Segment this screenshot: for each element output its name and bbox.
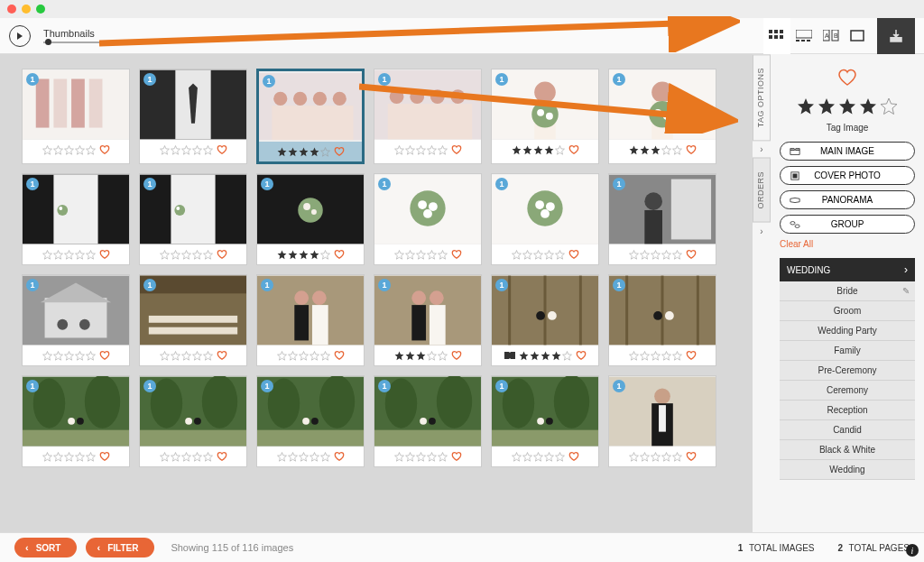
tag-panorama-button[interactable]: PANORAMA: [780, 190, 915, 209]
category-header[interactable]: WEDDING›: [780, 258, 915, 281]
thumbnail-card[interactable]: 1: [139, 274, 247, 366]
category-item[interactable]: Ceremony: [780, 381, 915, 401]
svg-point-66: [546, 202, 555, 211]
thumbnail-card[interactable]: 1: [374, 173, 482, 265]
heart-icon[interactable]: [568, 451, 579, 462]
tag-cover-photo-button[interactable]: COVER PHOTO: [780, 166, 915, 185]
thumbnail-card[interactable]: 1: [608, 274, 716, 366]
category-item[interactable]: Bride✎: [780, 281, 915, 301]
tab-orders-chevron[interactable]: ›: [753, 223, 771, 240]
view-filmstrip-icon[interactable]: [790, 18, 818, 54]
clear-all-link[interactable]: Clear All: [780, 239, 915, 249]
thumbnail-card[interactable]: 1: [256, 69, 365, 164]
thumbnail-card[interactable]: 1: [256, 375, 365, 467]
window-close[interactable]: [7, 5, 16, 14]
heart-icon[interactable]: [451, 249, 462, 260]
category-item[interactable]: Candid: [780, 420, 915, 440]
pencil-icon[interactable]: ✎: [902, 286, 910, 296]
window-minimize[interactable]: [22, 5, 31, 14]
heart-icon[interactable]: [451, 144, 462, 155]
tag-main-image-button[interactable]: MAIN IMAGE: [780, 142, 915, 161]
thumbnail-card[interactable]: 1: [608, 375, 716, 467]
svg-point-118: [302, 418, 310, 425]
svg-rect-87: [411, 305, 426, 340]
svg-point-60: [418, 200, 427, 209]
play-button[interactable]: [9, 25, 31, 47]
svg-point-32: [451, 89, 466, 104]
heart-icon[interactable]: [686, 350, 697, 361]
thumbnail-card[interactable]: 1: [256, 173, 365, 265]
thumbnail-card[interactable]: 1: [491, 69, 599, 164]
heart-icon[interactable]: [99, 144, 110, 155]
heart-icon[interactable]: [568, 144, 579, 155]
svg-rect-33: [388, 104, 472, 139]
thumbnail-card[interactable]: 1: [491, 173, 599, 265]
view-single-icon[interactable]: [845, 18, 872, 54]
thumbnail-card[interactable]: 1: [22, 173, 130, 265]
rating-stars[interactable]: [780, 97, 915, 117]
thumbnail-card[interactable]: 1: [22, 375, 130, 467]
thumbnail-card[interactable]: 1: [608, 173, 716, 265]
heart-icon[interactable]: [99, 249, 110, 260]
count-badge: 1: [143, 279, 156, 291]
view-grid-icon[interactable]: [763, 18, 790, 54]
tab-tag-chevron[interactable]: ›: [753, 141, 771, 158]
heart-icon[interactable]: [576, 350, 587, 361]
heart-icon[interactable]: [686, 144, 697, 155]
thumbnail-card[interactable]: 1: [139, 375, 247, 467]
category-item[interactable]: Reception: [780, 401, 915, 420]
category-item[interactable]: Groom: [780, 301, 915, 321]
heart-icon[interactable]: [99, 350, 110, 361]
category-item[interactable]: Black & White: [780, 440, 915, 460]
heart-icon[interactable]: [451, 451, 462, 462]
download-button[interactable]: [877, 18, 915, 54]
heart-icon[interactable]: [568, 249, 579, 260]
thumbnail-card[interactable]: 1: [139, 69, 247, 164]
tab-tag-options[interactable]: TAG OPTIONS: [753, 54, 771, 141]
count-badge: 1: [261, 380, 273, 392]
svg-rect-7: [796, 40, 799, 41]
view-compare-icon[interactable]: AB: [818, 18, 845, 54]
heart-icon[interactable]: [334, 249, 345, 260]
svg-point-116: [319, 376, 355, 428]
category-item[interactable]: Wedding: [780, 460, 915, 480]
thumbnail-card[interactable]: 1: [22, 274, 130, 366]
heart-icon[interactable]: [217, 350, 227, 361]
heart-icon[interactable]: [334, 146, 345, 157]
thumbnail-size-slider[interactable]: [43, 41, 116, 43]
total-images-stat: 1TOTAL IMAGES: [738, 543, 815, 553]
thumbnail-card[interactable]: 1: [374, 375, 482, 467]
sort-button[interactable]: ‹SORT: [14, 538, 77, 557]
thumbnail-card[interactable]: 1: [374, 69, 482, 164]
filter-button[interactable]: ‹FILTER: [86, 538, 154, 557]
svg-point-30: [410, 89, 424, 104]
thumbnail-card[interactable]: 1: [139, 173, 247, 265]
svg-point-110: [202, 376, 237, 428]
heart-icon[interactable]: [217, 249, 227, 260]
heart-icon[interactable]: [217, 144, 227, 155]
category-item[interactable]: Pre-Ceremony: [780, 361, 915, 381]
thumbnail-card[interactable]: 1: [22, 69, 130, 164]
favorite-heart-icon[interactable]: [780, 69, 915, 88]
category-item[interactable]: Wedding Party: [780, 321, 915, 341]
svg-rect-77: [149, 316, 237, 323]
window-zoom[interactable]: [36, 5, 45, 14]
count-badge: 1: [495, 178, 508, 190]
heart-icon[interactable]: [217, 451, 227, 462]
thumbnail-card[interactable]: 1: [491, 274, 599, 366]
tab-orders[interactable]: ORDERS: [753, 158, 771, 223]
heart-icon[interactable]: [686, 451, 697, 462]
heart-icon[interactable]: [99, 451, 110, 462]
heart-icon[interactable]: [334, 350, 345, 361]
heart-icon[interactable]: [451, 350, 462, 361]
thumbnail-card[interactable]: 1: [256, 274, 365, 366]
heart-icon[interactable]: [334, 451, 345, 462]
thumbnail-card[interactable]: 1: [374, 274, 482, 366]
thumbnail-card[interactable]: 1: [491, 375, 599, 467]
tag-group-button[interactable]: GROUP: [780, 215, 915, 234]
chevron-right-icon: ›: [904, 263, 908, 276]
thumbnail-card[interactable]: 1: [608, 69, 716, 164]
heart-icon[interactable]: [686, 249, 697, 260]
category-item[interactable]: Family: [780, 341, 915, 361]
svg-rect-17: [53, 78, 67, 127]
